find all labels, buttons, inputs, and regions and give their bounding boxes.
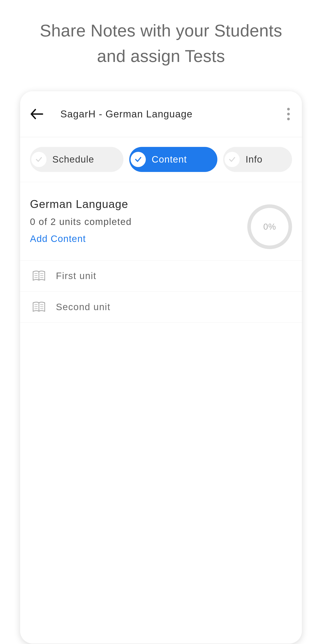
svg-line-9 [34, 306, 38, 307]
svg-line-11 [40, 304, 44, 305]
arrow-left-icon [30, 109, 44, 120]
tab-content[interactable]: Content [129, 147, 217, 172]
hero-line-2: and assign Tests [97, 46, 225, 66]
back-button[interactable] [30, 107, 44, 121]
check-circle-icon [130, 152, 146, 167]
hero-title: Share Notes with your Students and assig… [40, 18, 282, 69]
svg-line-13 [40, 308, 44, 309]
tab-schedule[interactable]: Schedule [30, 147, 124, 172]
check-circle-icon [31, 152, 46, 167]
svg-line-5 [40, 276, 44, 276]
svg-line-10 [34, 308, 38, 309]
svg-line-3 [34, 278, 38, 278]
unit-row[interactable]: Second unit [20, 292, 302, 323]
check-circle-icon [224, 152, 240, 167]
more-menu-button[interactable] [282, 108, 295, 120]
svg-line-6 [40, 278, 44, 278]
more-dot-icon [287, 108, 290, 110]
add-content-link[interactable]: Add Content [30, 234, 86, 244]
unit-label: First unit [56, 270, 96, 281]
tab-label: Content [152, 154, 187, 165]
course-subtitle: 0 of 2 units completed [30, 216, 247, 227]
tab-info[interactable]: Info [223, 147, 292, 172]
svg-line-12 [40, 306, 44, 307]
page-title: SagarH - German Language [60, 108, 282, 120]
app-header: SagarH - German Language [20, 91, 302, 137]
tab-label: Schedule [52, 154, 94, 165]
book-icon [32, 302, 46, 312]
hero-line-1: Share Notes with your Students [40, 21, 282, 40]
unit-row[interactable]: First unit [20, 260, 302, 292]
tabs-row: Schedule Content Info [20, 137, 302, 182]
progress-text: 0% [264, 222, 276, 232]
svg-line-1 [34, 274, 38, 274]
course-summary: German Language 0 of 2 units completed A… [20, 182, 302, 260]
svg-line-4 [40, 274, 44, 274]
book-icon [32, 270, 46, 282]
unit-label: Second unit [56, 302, 110, 312]
more-dot-icon [287, 113, 290, 116]
svg-line-8 [34, 304, 38, 305]
course-title: German Language [30, 198, 247, 211]
app-frame: SagarH - German Language Schedule Conten… [20, 91, 302, 644]
tab-label: Info [246, 154, 262, 165]
course-info: German Language 0 of 2 units completed A… [30, 198, 247, 244]
more-dot-icon [287, 118, 290, 120]
progress-ring: 0% [247, 204, 292, 249]
svg-line-2 [34, 276, 38, 276]
